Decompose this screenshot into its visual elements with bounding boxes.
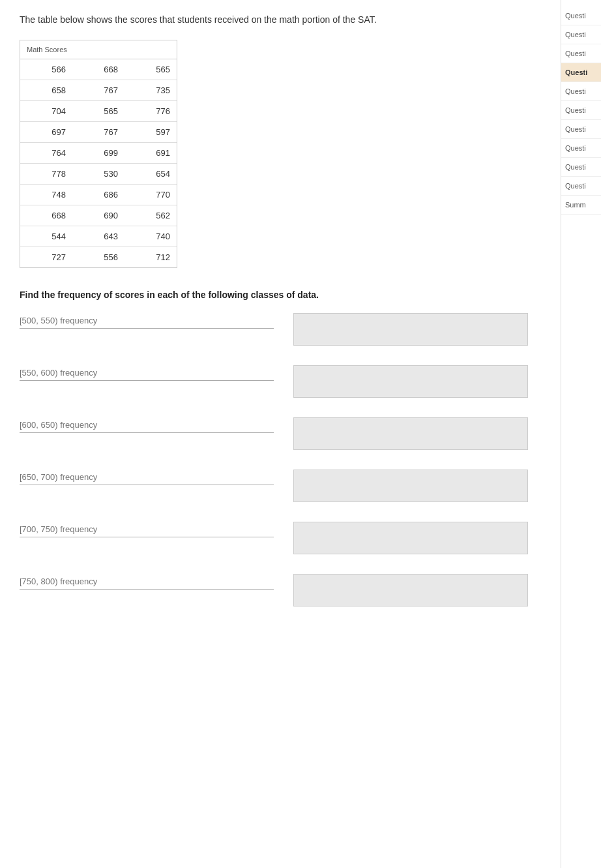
table-cell: 704 xyxy=(20,101,72,122)
table-row: 764699691 xyxy=(20,143,177,164)
frequency-row xyxy=(20,313,541,346)
table-cell: 712 xyxy=(125,247,177,268)
intro-text: The table below shows the scores that st… xyxy=(20,13,541,27)
table-cell: 767 xyxy=(72,80,125,101)
sidebar-item-7[interactable]: Questi xyxy=(561,139,601,158)
scores-table-wrapper: Math Scores 5666685656587677357045657766… xyxy=(20,40,177,268)
table-cell: 565 xyxy=(125,59,177,80)
table-cell: 597 xyxy=(125,122,177,143)
frequency-title: Find the frequency of scores in each of … xyxy=(20,290,541,300)
table-cell: 699 xyxy=(72,143,125,164)
frequency-row xyxy=(20,417,541,450)
table-cell: 668 xyxy=(20,205,72,226)
frequency-answer-box xyxy=(293,365,528,398)
sidebar-item-4[interactable]: Questi xyxy=(561,82,601,101)
table-row: 668690562 xyxy=(20,205,177,226)
table-cell: 767 xyxy=(72,122,125,143)
frequency-row xyxy=(20,470,541,502)
sidebar-item-9[interactable]: Questi xyxy=(561,177,601,196)
table-cell: 776 xyxy=(125,101,177,122)
sidebar-item-8[interactable]: Questi xyxy=(561,158,601,177)
main-content: The table below shows the scores that st… xyxy=(0,0,561,868)
table-cell: 668 xyxy=(72,59,125,80)
frequency-answer-box xyxy=(293,470,528,502)
sidebar-item-2[interactable]: Questi xyxy=(561,44,601,63)
sidebar: QuestiQuestiQuestiQuestiQuestiQuestiQues… xyxy=(561,0,601,868)
frequency-row xyxy=(20,574,541,606)
frequency-answer-box xyxy=(293,417,528,450)
frequency-input[interactable] xyxy=(20,313,274,329)
sidebar-item-3[interactable]: Questi xyxy=(561,63,601,82)
table-row: 566668565 xyxy=(20,59,177,80)
table-cell: 643 xyxy=(72,226,125,247)
table-cell: 544 xyxy=(20,226,72,247)
table-header: Math Scores xyxy=(20,40,177,59)
table-row: 704565776 xyxy=(20,101,177,122)
sidebar-item-5[interactable]: Questi xyxy=(561,101,601,120)
table-cell: 764 xyxy=(20,143,72,164)
table-cell: 658 xyxy=(20,80,72,101)
frequency-answer-box xyxy=(293,574,528,606)
table-cell: 556 xyxy=(72,247,125,268)
frequency-section xyxy=(20,313,541,606)
table-row: 748686770 xyxy=(20,185,177,205)
table-row: 544643740 xyxy=(20,226,177,247)
table-cell: 566 xyxy=(20,59,72,80)
table-cell: 686 xyxy=(72,185,125,205)
frequency-input[interactable] xyxy=(20,522,274,537)
frequency-row xyxy=(20,365,541,398)
table-cell: 727 xyxy=(20,247,72,268)
table-cell: 740 xyxy=(125,226,177,247)
sidebar-item-6[interactable]: Questi xyxy=(561,120,601,139)
frequency-answer-box xyxy=(293,522,528,554)
frequency-row xyxy=(20,522,541,554)
table-cell: 565 xyxy=(72,101,125,122)
frequency-input[interactable] xyxy=(20,417,274,433)
sidebar-item-0[interactable]: Questi xyxy=(561,7,601,25)
table-cell: 691 xyxy=(125,143,177,164)
table-cell: 748 xyxy=(20,185,72,205)
table-row: 697767597 xyxy=(20,122,177,143)
sidebar-item-10[interactable]: Summ xyxy=(561,196,601,215)
scores-table: Math Scores 5666685656587677357045657766… xyxy=(20,40,177,267)
table-row: 778530654 xyxy=(20,164,177,185)
frequency-answer-box xyxy=(293,313,528,346)
sidebar-item-1[interactable]: Questi xyxy=(561,25,601,44)
frequency-input[interactable] xyxy=(20,365,274,381)
table-cell: 778 xyxy=(20,164,72,185)
table-row: 727556712 xyxy=(20,247,177,268)
table-row: 658767735 xyxy=(20,80,177,101)
table-cell: 530 xyxy=(72,164,125,185)
table-cell: 697 xyxy=(20,122,72,143)
frequency-input[interactable] xyxy=(20,470,274,485)
table-cell: 690 xyxy=(72,205,125,226)
table-cell: 770 xyxy=(125,185,177,205)
frequency-input[interactable] xyxy=(20,574,274,590)
table-cell: 562 xyxy=(125,205,177,226)
table-cell: 654 xyxy=(125,164,177,185)
table-cell: 735 xyxy=(125,80,177,101)
